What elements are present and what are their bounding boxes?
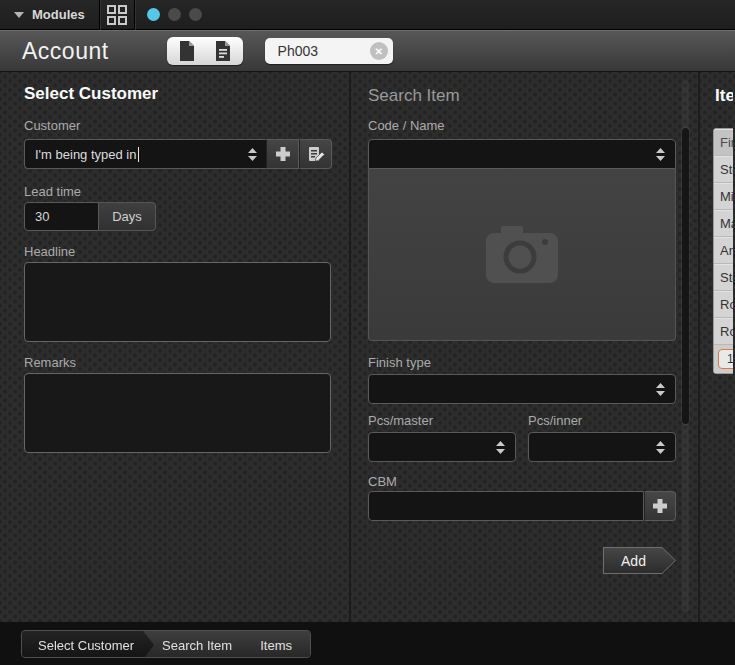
item-image-placeholder — [368, 169, 676, 341]
add-item-button[interactable]: Add — [603, 547, 676, 574]
lead-time-input[interactable] — [24, 202, 99, 231]
cbm-label: CBM — [368, 474, 397, 489]
modules-menu[interactable]: Modules — [0, 0, 99, 29]
items-table-row[interactable]: Sto — [714, 264, 733, 291]
items-table-row[interactable]: Mi — [714, 183, 733, 210]
wizard-step-items[interactable]: Items — [244, 631, 310, 658]
search-item-heading: Search Item — [368, 86, 460, 106]
customer-select[interactable]: I'm being typed in — [24, 139, 266, 169]
items-table-footer: 1 — [714, 345, 733, 373]
remarks-label: Remarks — [24, 355, 76, 370]
modules-label: Modules — [32, 7, 85, 22]
spinner-icon — [656, 441, 665, 454]
spinner-icon — [496, 441, 505, 454]
app-header: Account ✕ — [0, 30, 735, 72]
page-title: Account — [22, 38, 109, 65]
document-toolbar — [167, 37, 243, 65]
menubar-divider — [134, 0, 135, 30]
customer-label: Customer — [24, 118, 80, 133]
headline-label: Headline — [24, 244, 75, 259]
add-item-button-label: Add — [604, 548, 675, 573]
search-item-panel: Search Item Code / Name Finish type Pcs/… — [351, 72, 700, 622]
scrollbar-thumb[interactable] — [682, 128, 689, 424]
items-table: Fin Sto Mi Ma An Sto Ro Ro 1 — [713, 128, 733, 374]
edit-customer-button[interactable] — [299, 139, 332, 169]
wizard-step-select-customer[interactable]: Select Customer — [22, 631, 154, 658]
document-search-box: ✕ — [265, 38, 393, 64]
cbm-input[interactable] — [368, 491, 644, 521]
new-document-button[interactable] — [176, 39, 198, 63]
items-table-row[interactable]: Sto — [714, 156, 733, 183]
code-name-label: Code / Name — [368, 118, 445, 133]
caret-down-icon — [14, 12, 24, 18]
plus-icon — [652, 498, 668, 514]
document-lines-button[interactable] — [212, 39, 234, 63]
apps-grid-icon — [106, 4, 128, 26]
spinner-icon — [656, 148, 665, 161]
pcs-inner-select[interactable] — [528, 432, 676, 462]
items-table-row[interactable]: Ro — [714, 291, 733, 318]
lead-time-group: Days — [24, 202, 156, 231]
cbm-add-button[interactable] — [644, 491, 676, 521]
code-name-select[interactable] — [368, 139, 676, 169]
status-dot[interactable] — [168, 8, 181, 21]
edit-icon — [307, 145, 325, 163]
items-panel: Items Fin Sto Mi Ma An Sto Ro Ro 1 — [700, 72, 733, 622]
pcs-master-select[interactable] — [368, 432, 516, 462]
status-dot[interactable] — [189, 8, 202, 21]
apps-grid-button[interactable] — [100, 0, 134, 29]
add-customer-button[interactable] — [266, 139, 299, 169]
cbm-group — [368, 491, 676, 521]
page-number-badge[interactable]: 1 — [718, 349, 733, 369]
remarks-textarea[interactable] — [24, 373, 331, 453]
main-content: Select Customer Customer I'm being typed… — [0, 72, 735, 622]
top-menubar: Modules — [0, 0, 735, 30]
finish-type-select[interactable] — [368, 374, 676, 404]
text-cursor — [138, 147, 139, 162]
headline-textarea[interactable] — [24, 262, 331, 342]
lead-time-unit: Days — [99, 202, 156, 231]
customer-combo-group: I'm being typed in — [24, 139, 332, 169]
pcs-inner-label: Pcs/inner — [528, 413, 582, 428]
items-table-row[interactable]: Ro — [714, 318, 733, 345]
plus-icon — [275, 146, 291, 162]
customer-value: I'm being typed in — [35, 147, 137, 162]
lead-time-label: Lead time — [24, 184, 81, 199]
clear-icon[interactable]: ✕ — [370, 42, 388, 60]
bottom-bar: Select Customer Search Item Items — [0, 622, 735, 665]
items-table-row[interactable]: Ma — [714, 210, 733, 237]
select-customer-panel: Select Customer Customer I'm being typed… — [0, 72, 351, 622]
finish-type-label: Finish type — [368, 355, 431, 370]
items-table-row[interactable]: An — [714, 237, 733, 264]
items-table-header[interactable]: Fin — [714, 129, 733, 156]
spinner-icon — [248, 148, 257, 161]
wizard-step-search-item[interactable]: Search Item — [146, 631, 252, 658]
select-customer-heading: Select Customer — [24, 84, 158, 104]
document-search-input[interactable] — [278, 43, 370, 59]
items-heading: Items — [715, 86, 733, 106]
pcs-master-label: Pcs/master — [368, 413, 433, 428]
camera-icon — [486, 226, 558, 284]
document-lines-icon — [215, 41, 231, 61]
status-dots — [147, 8, 202, 21]
new-document-icon — [179, 41, 195, 61]
spinner-icon — [656, 383, 665, 396]
wizard-steps: Select Customer Search Item Items — [21, 630, 311, 658]
status-dot-active[interactable] — [147, 8, 160, 21]
